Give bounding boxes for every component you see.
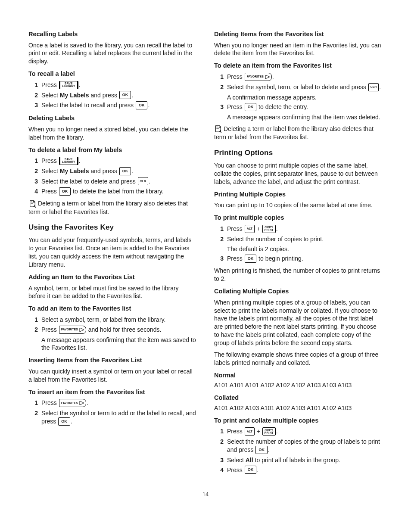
text: . (276, 428, 278, 435)
text: . (79, 157, 81, 164)
sub-text: A confirmation message appears. (227, 93, 383, 102)
ok-key-icon: OK (136, 101, 148, 109)
para-using-fav: You can add your frequently-used symbols… (28, 236, 197, 269)
heading-normal: Normal (214, 371, 383, 380)
text: . (257, 467, 258, 473)
right-column: Deleting Items from the Favorites list W… (214, 26, 383, 478)
ok-key-icon: OK (245, 466, 257, 474)
page-number: 14 (28, 491, 383, 498)
heading-collated: Collated (214, 394, 383, 402)
ok-key-icon: OK (255, 446, 268, 454)
text: and hold for three seconds. (87, 326, 162, 333)
alt-key-icon: ALT (245, 427, 255, 436)
heading-to-collate: To print and collate multiple copies (214, 417, 383, 425)
copy-print-key-icon: COPY PRINT (262, 427, 276, 436)
heading-to-insert-fav: To insert an item from the Favorites lis… (28, 388, 197, 397)
heading-inserting-fav: Inserting Items from the Favorites List (28, 356, 197, 365)
text: . (131, 168, 133, 174)
note-text: Deleting a term or label from the librar… (214, 125, 374, 140)
heading-to-delete-mylabels: To delete a label from My labels (28, 146, 197, 155)
text: . (71, 418, 72, 425)
text: Select the symbol, term, or label to del… (227, 84, 368, 90)
text: to delete the entry. (257, 103, 308, 110)
copy-print-key-icon: COPY PRINT (262, 225, 276, 233)
heading-using-favorites: Using the Favorites Key (28, 223, 197, 233)
ok-key-icon: OK (119, 91, 131, 99)
ok-key-icon: OK (245, 103, 257, 111)
text: Press (227, 428, 244, 435)
para-collate-intro: When printing multiple copies of a group… (214, 299, 383, 347)
note-delete: Deleting a term or label from the librar… (28, 199, 197, 216)
text: Select a symbol, term, or label from the… (41, 316, 197, 324)
text: and press (89, 168, 119, 174)
text: Press (41, 157, 59, 164)
text: Select (227, 457, 246, 464)
text: Press (227, 73, 244, 80)
text: Press (41, 399, 59, 406)
sub-text: A message appears confirming that the it… (41, 336, 197, 352)
favorites-key-icon: FAVORITES (59, 399, 86, 407)
sub-text: A message appears confirming that the it… (227, 113, 383, 121)
para-deleting-fav: When you no longer need an item in the F… (214, 41, 383, 58)
text: Press (41, 188, 59, 195)
heading-multi-copies: Printing Multiple Copies (214, 190, 383, 199)
text-bold: My Labels (60, 92, 89, 99)
steps-delete: 1 Press SAVE LIBRARY. 2 Select My Labels… (28, 157, 197, 196)
text: Press (227, 467, 244, 473)
text: Select (41, 92, 60, 99)
text: + (255, 225, 262, 232)
save-library-key-icon: SAVE LIBRARY (59, 157, 78, 165)
heading-to-delete-fav: To delete an item from the Favorites lis… (214, 62, 383, 70)
ok-key-icon: OK (59, 187, 71, 196)
text: Press (41, 81, 59, 88)
save-library-key-icon: SAVE LIBRARY (59, 81, 78, 89)
text: Press (41, 326, 59, 333)
text: Press (227, 255, 244, 262)
steps-collate: 1 Press ALT + COPY PRINT. 2 Select the n… (214, 427, 383, 474)
heading-to-recall: To recall a label (28, 70, 197, 78)
favorites-key-icon: FAVORITES (59, 326, 86, 334)
para-multi-outro: When printing is finished, the number of… (214, 267, 383, 283)
steps-add-fav: 1Select a symbol, term, or label from th… (28, 316, 197, 352)
clr-key-icon: CLR (138, 177, 148, 185)
ok-key-icon: OK (245, 255, 257, 263)
ok-key-icon: OK (58, 417, 70, 426)
heading-deleting-fav: Deleting Items from the Favorites list (214, 30, 383, 39)
para-adding-fav: A symbol, term, or label must first be s… (28, 284, 197, 301)
text: to begin printing. (257, 255, 303, 262)
text: . (131, 92, 133, 99)
note-text: Deleting a term or label from the librar… (28, 200, 188, 215)
text: Press (227, 225, 244, 232)
steps-multi: 1 Press ALT + COPY PRINT. 2 Select the n… (214, 225, 383, 263)
text: Select the number of copies to print. (227, 236, 324, 243)
ok-key-icon: OK (119, 167, 131, 175)
heading-printing-options: Printing Options (214, 148, 383, 158)
text: . (79, 81, 81, 88)
steps-delete-fav: 1 Press FAVORITES. 2 Select the symbol, … (214, 73, 383, 121)
left-column: Recalling Labels Once a label is saved t… (28, 26, 197, 478)
sequence-normal: A101 A101 A101 A102 A102 A102 A103 A103 … (214, 381, 383, 389)
page-columns: Recalling Labels Once a label is saved t… (28, 26, 383, 478)
text: Press (227, 103, 244, 110)
text-bold: My Labels (60, 168, 89, 174)
text-bold: All (246, 457, 253, 464)
heading-adding-fav: Adding an Item to the Favorites List (28, 273, 197, 282)
text: Select the number of copies of the group… (227, 438, 380, 453)
text: . (379, 84, 381, 90)
text: . (272, 73, 274, 80)
sub-text: The default is 2 copies. (227, 245, 383, 253)
sequence-collated: A101 A102 A103 A101 A102 A103 A101 A102 … (214, 404, 383, 412)
text: . (148, 102, 149, 109)
steps-insert-fav: 1 Press FAVORITES. 2 Select the symbol o… (28, 399, 197, 426)
text: to delete the label from the library. (71, 188, 164, 195)
text: + (255, 428, 262, 435)
para-deleting-intro: When you no longer need a stored label, … (28, 125, 197, 142)
heading-collate: Collating Multiple Copies (214, 287, 383, 296)
text: . (268, 446, 270, 453)
heading-to-print-multi: To print multiple copies (214, 214, 383, 222)
alt-key-icon: ALT (245, 225, 255, 233)
steps-recall: 1 Press SAVE LIBRARY. 2 Select My Labels… (28, 81, 197, 110)
note-delete-fav: Deleting a term or label from the librar… (214, 125, 383, 141)
note-icon (28, 200, 36, 208)
favorites-key-icon: FAVORITES (245, 73, 272, 81)
